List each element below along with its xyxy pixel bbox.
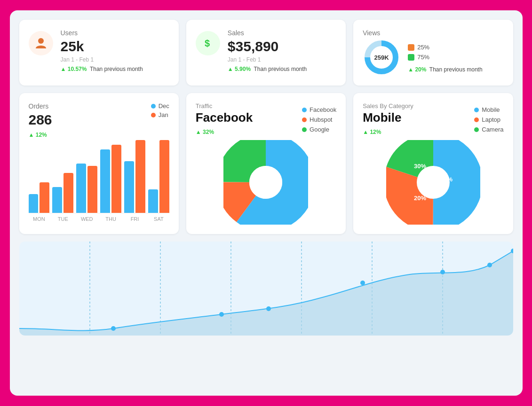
bar-label-tue: TUE (52, 216, 73, 222)
views-change-label: Than previous month (429, 66, 483, 73)
dashboard: Users 25k Jan 1 - Feb 1 ▲ 10.57% Than pr… (10, 10, 523, 396)
orders-legend: Dec Jan (151, 102, 169, 118)
users-change-label: Than previous month (90, 66, 143, 72)
views-legend: 25% 75% (408, 44, 482, 61)
bar-thu-jan (111, 145, 121, 213)
orders-card: Orders 286 ▲ 12% Dec Jan (19, 93, 179, 234)
bar-thu (100, 145, 121, 213)
views-mobile-pct: 75% (417, 54, 429, 61)
views-legend-mobile: 75% (408, 54, 482, 61)
traffic-change-pct: 32% (203, 129, 214, 135)
traffic-legend: Facebook Hubspot Google (302, 106, 336, 135)
traffic-hubspot-label: Hubspot (310, 116, 332, 123)
top-row: Users 25k Jan 1 - Feb 1 ▲ 10.57% Than pr… (19, 20, 513, 86)
facebook-dot (302, 108, 307, 112)
sales-cat-value: Mobile (363, 110, 413, 125)
bar-label-mon: MON (29, 216, 50, 222)
traffic-change: ▲ 32% (196, 129, 253, 135)
bar-wed-dec (76, 164, 86, 213)
bar-sat-jan (159, 140, 169, 213)
views-change-arrow: ▲ 20% (408, 66, 426, 73)
sales-cat-label: Sales By Category (363, 102, 413, 109)
users-change-arrow: ▲ 10.57% (61, 66, 87, 72)
sales-cat-legend-mobile: Mobile (474, 106, 503, 113)
sales-date: Jan 1 - Feb 1 (228, 56, 307, 63)
camera-dot (474, 127, 479, 132)
bar-tue (52, 173, 73, 213)
svg-point-0 (38, 38, 44, 44)
users-date: Jan 1 - Feb 1 (61, 56, 143, 63)
bar-label-thu: THU (100, 216, 121, 222)
svg-point-22 (219, 312, 224, 317)
users-change-pct: 10.57% (68, 66, 87, 72)
svg-text:$: $ (205, 38, 210, 48)
sales-cat-mobile-label: Mobile (482, 106, 500, 113)
sales-icon: $ (196, 31, 220, 55)
views-desktop-pct: 25% (417, 44, 429, 51)
bar-fri (124, 140, 145, 213)
traffic-legend-google: Google (302, 126, 336, 133)
orders-legend-dec: Dec (151, 102, 169, 109)
traffic-pie (196, 140, 336, 225)
bar-sat (148, 140, 169, 213)
sales-change: ▲ 5.90% Than previous month (228, 66, 307, 72)
mid-row: Orders 286 ▲ 12% Dec Jan (19, 93, 513, 234)
bar-mon (29, 182, 50, 213)
bar-wed-jan (87, 166, 97, 213)
traffic-label: Traffic (196, 102, 253, 109)
orders-legend-jan: Jan (151, 111, 169, 118)
sales-value: $35,890 (228, 39, 307, 55)
sales-cat-camera-label: Camera (482, 126, 503, 133)
sales-cat-laptop-label: Laptop (482, 116, 500, 123)
views-center-label: 259K (374, 54, 389, 61)
mobile-icon (408, 54, 414, 61)
bar-thu-dec (100, 149, 110, 213)
laptop-dot (474, 117, 479, 122)
svg-point-23 (266, 306, 271, 311)
orders-jan-label: Jan (159, 111, 168, 118)
bar-tue-jan (64, 173, 73, 213)
svg-point-25 (440, 270, 445, 274)
orders-value: 286 (29, 112, 52, 128)
bar-mon-dec (29, 194, 39, 213)
sales-change-arrow: ▲ 5.90% (228, 66, 251, 72)
sales-cat-change-pct: 12% (370, 129, 381, 135)
views-donut: 259K (363, 39, 400, 76)
bar-label-fri: FRI (124, 216, 145, 222)
bar-chart: MON TUE WED THU FRI SAT (29, 140, 169, 222)
orders-dec-label: Dec (159, 102, 169, 109)
orders-label: Orders (29, 102, 52, 110)
sales-by-category-card: Sales By Category Mobile ▲ 12% Mobile La… (353, 93, 513, 234)
dec-dot (151, 104, 156, 109)
jan-dot (151, 113, 156, 117)
orders-change-pct: 12% (36, 132, 47, 138)
users-label: Users (61, 29, 143, 37)
svg-point-7 (249, 166, 282, 199)
users-card: Users 25k Jan 1 - Feb 1 ▲ 10.57% Than pr… (19, 20, 179, 86)
sales-cat-donut: 50% 30% 20% (363, 140, 503, 225)
bar-sat-dec (148, 189, 158, 213)
bar-label-wed: WED (76, 216, 97, 222)
users-icon (29, 31, 53, 55)
traffic-google-label: Google (310, 126, 329, 133)
sales-cat-change: ▲ 12% (363, 129, 413, 135)
sales-cat-legend-camera: Camera (474, 126, 503, 133)
sales-label: Sales (228, 29, 307, 37)
bar-wed (76, 164, 97, 213)
google-dot (302, 127, 307, 132)
sales-change-label: Than previous month (254, 66, 307, 72)
views-change: ▲ 20% Than previous month (408, 66, 482, 73)
sales-cat-legend-laptop: Laptop (474, 116, 503, 123)
bar-mon-jan (40, 182, 49, 213)
svg-point-21 (111, 326, 116, 331)
views-label: Views (363, 29, 503, 37)
traffic-value: Facebook (196, 110, 253, 125)
traffic-legend-facebook: Facebook (302, 106, 336, 113)
bar-fri-jan (135, 140, 145, 213)
bar-fri-dec (124, 161, 134, 213)
views-legend-desktop: 25% (408, 44, 482, 51)
views-change-pct: 20% (415, 66, 426, 73)
users-change: ▲ 10.57% Than previous month (61, 66, 143, 72)
sales-card: $ Sales $35,890 Jan 1 - Feb 1 ▲ 5.90% Th… (186, 20, 346, 86)
bottom-area-chart (19, 242, 513, 336)
